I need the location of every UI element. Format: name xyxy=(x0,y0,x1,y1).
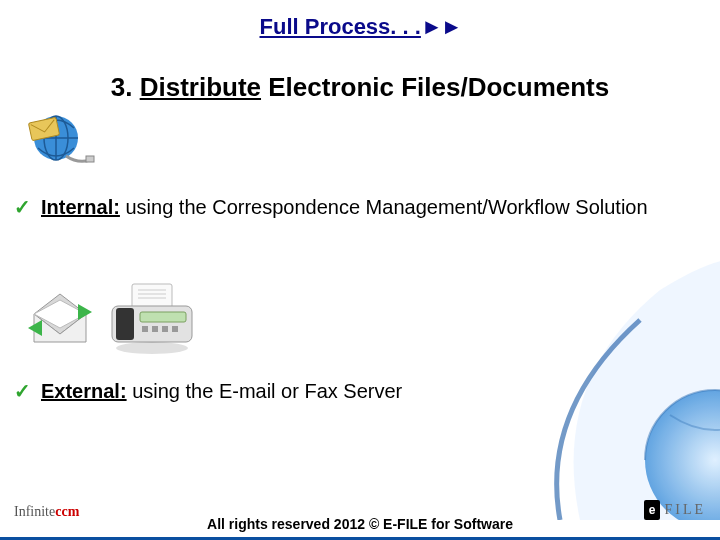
svg-rect-18 xyxy=(152,326,158,332)
page-title: Full Process. . .►► xyxy=(0,14,720,40)
subtitle-number: 3. xyxy=(111,72,140,102)
bullet-external: ✓ External: using the E-mail or Fax Serv… xyxy=(14,380,402,403)
subtitle-rest: Electronic Files/Documents xyxy=(261,72,609,102)
svg-rect-15 xyxy=(116,308,134,340)
fax-machine-icon xyxy=(106,282,198,358)
bullet-label: External: xyxy=(41,380,127,402)
svg-rect-16 xyxy=(140,312,186,322)
svg-point-21 xyxy=(116,342,188,354)
bullet-desc: using the E-mail or Fax Server xyxy=(127,380,403,402)
title-arrows: ►► xyxy=(421,14,461,39)
bullet-text: External: using the E-mail or Fax Server xyxy=(41,380,402,403)
logo-right-box: e xyxy=(644,500,661,520)
check-icon: ✓ xyxy=(14,381,31,401)
slide: Full Process. . .►► 3. Distribute Electr… xyxy=(0,0,720,540)
logo-left-a: Infinite xyxy=(14,504,55,519)
logo-right-text: FILE xyxy=(664,502,706,518)
bullet-desc: using the Correspondence Management/Work… xyxy=(120,196,648,218)
check-icon: ✓ xyxy=(14,197,31,217)
bullet-label: Internal: xyxy=(41,196,120,218)
copyright-text: All rights reserved 2012 © E-FILE for So… xyxy=(207,516,513,532)
subtitle-highlight: Distribute xyxy=(140,72,261,102)
svg-rect-17 xyxy=(142,326,148,332)
bullet-internal: ✓ Internal: using the Correspondence Man… xyxy=(14,196,648,219)
subtitle: 3. Distribute Electronic Files/Documents xyxy=(0,72,720,103)
envelope-icon xyxy=(28,292,92,348)
logo-infinite: Infiniteccm xyxy=(14,504,79,520)
logo-left-b: ccm xyxy=(55,504,79,519)
svg-rect-4 xyxy=(86,156,94,162)
background-globe-swoosh xyxy=(540,260,720,520)
globe-email-icon xyxy=(28,112,98,168)
svg-rect-19 xyxy=(162,326,168,332)
bullet-text: Internal: using the Correspondence Manag… xyxy=(41,196,648,219)
title-text: Full Process. . . xyxy=(260,14,421,39)
svg-rect-20 xyxy=(172,326,178,332)
logo-efile: e FILE xyxy=(644,500,706,520)
